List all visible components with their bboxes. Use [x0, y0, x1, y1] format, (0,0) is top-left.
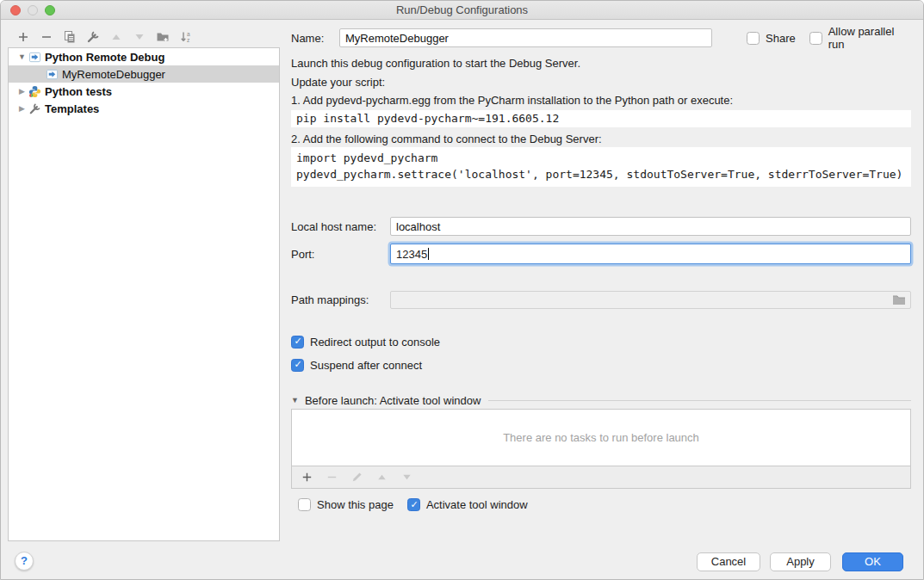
chevron-right-icon[interactable]: ▶ [16, 104, 28, 113]
port-label: Port: [291, 248, 390, 261]
help-button[interactable]: ? [15, 552, 34, 571]
page-options-row: Show this page Activate tool window [291, 497, 911, 512]
run-debug-configurations-dialog: Run/Debug Configurations az ▼ Python Rem… [0, 0, 924, 580]
chevron-down-icon[interactable]: ▼ [16, 52, 28, 61]
triangle-up-icon [376, 472, 388, 483]
activate-tool-window-checkbox[interactable] [407, 498, 420, 511]
zoom-window-button[interactable] [45, 5, 55, 15]
ok-button[interactable]: OK [842, 552, 903, 571]
suspend-after-connect-row: Suspend after connect [291, 358, 911, 372]
folder-icon[interactable] [892, 293, 906, 309]
instruction-step-1: 1. Add pydevd-pycharm.egg from the PyCha… [291, 94, 911, 108]
code-line: pydevd_pycharm.settrace('localhost', por… [296, 166, 906, 182]
add-configuration-button[interactable] [16, 30, 30, 44]
activate-tool-window-label: Activate tool window [426, 498, 528, 511]
name-row: Name: Share Allow parallel run [291, 28, 911, 48]
before-launch-task-list[interactable]: There are no tasks to run before launch [291, 409, 911, 466]
path-mappings-input[interactable] [390, 291, 911, 309]
configurations-toolbar: az [16, 28, 193, 46]
name-label: Name: [291, 32, 339, 45]
local-host-label: Local host name: [291, 220, 390, 233]
folder-plus-icon [156, 30, 170, 44]
sort-alphabetically-button[interactable]: az [179, 30, 193, 44]
chevron-right-icon[interactable]: ▶ [16, 87, 28, 96]
apply-button[interactable]: Apply [770, 552, 831, 571]
move-task-down-button [400, 471, 413, 484]
svg-text:a: a [187, 31, 190, 37]
pip-install-command[interactable]: pip install pydevd-pycharm~=191.6605.12 [291, 110, 911, 127]
copy-configuration-button[interactable] [63, 30, 77, 44]
suspend-after-connect-checkbox[interactable] [291, 359, 304, 372]
run-config-icon [28, 50, 41, 64]
plus-icon [16, 30, 30, 44]
share-checkbox[interactable] [747, 32, 760, 45]
tree-item-label: Python Remote Debug [45, 51, 164, 64]
cancel-button[interactable]: Cancel [697, 552, 760, 571]
svg-text:z: z [187, 37, 189, 43]
show-this-page-checkbox[interactable] [298, 498, 311, 511]
run-config-icon [45, 67, 59, 81]
redirect-output-row: Redirect output to console [291, 335, 911, 349]
port-row: Port: 12345 [291, 243, 911, 265]
minimize-window-button [28, 5, 38, 15]
tree-item-label: Templates [45, 102, 99, 115]
remove-task-button [325, 471, 338, 484]
configurations-tree: ▼ Python Remote Debug MyRemoteDebugger ▶… [8, 47, 280, 541]
show-this-page-label: Show this page [317, 498, 394, 511]
separator-line [488, 400, 911, 401]
path-mappings-row: Path mappings: [291, 290, 911, 309]
local-host-row: Local host name: [291, 217, 911, 236]
add-task-button[interactable] [300, 471, 313, 484]
move-task-up-button [375, 471, 388, 484]
tree-item-label: MyRemoteDebugger [62, 68, 165, 81]
move-down-button [133, 30, 146, 44]
python-tests-icon [28, 84, 41, 98]
share-label: Share [766, 32, 796, 45]
tree-item-python-tests[interactable]: ▶ Python tests [9, 83, 279, 100]
local-host-input[interactable] [390, 217, 911, 236]
instruction-line-1: Launch this debug configuration to start… [291, 57, 911, 71]
path-mappings-label: Path mappings: [291, 293, 390, 306]
name-input[interactable] [339, 28, 712, 47]
instruction-step-2: 2. Add the following command to connect … [291, 133, 911, 146]
port-value: 12345 [396, 248, 427, 261]
tree-item-templates[interactable]: ▶ Templates [9, 100, 279, 117]
suspend-after-connect-label: Suspend after connect [310, 359, 422, 372]
before-launch-toolbar [291, 466, 911, 489]
tree-item-myremotedebugger[interactable]: MyRemoteDebugger [9, 65, 279, 83]
new-folder-button[interactable] [156, 30, 170, 44]
chevron-down-icon[interactable]: ▼ [291, 396, 299, 404]
wrench-icon [86, 30, 100, 44]
edit-configuration-button[interactable] [86, 30, 100, 44]
tree-item-python-remote-debug[interactable]: ▼ Python Remote Debug [9, 48, 279, 65]
triangle-up-icon [110, 31, 122, 43]
code-line: import pydevd_pycharm [296, 150, 906, 166]
plus-icon [301, 471, 313, 484]
settrace-code-block[interactable]: import pydevd_pycharmpydevd_pycharm.sett… [291, 147, 911, 187]
allow-parallel-run-label: Allow parallel run [828, 25, 911, 51]
triangle-down-icon [401, 472, 412, 483]
minus-icon [40, 30, 53, 44]
configuration-editor: Name: Share Allow parallel run Launch th… [291, 1, 917, 580]
text-caret [428, 248, 429, 260]
edit-task-button [350, 471, 363, 484]
tree-item-label: Python tests [45, 85, 112, 98]
allow-parallel-run-checkbox[interactable] [809, 32, 822, 45]
port-input[interactable]: 12345 [390, 244, 911, 264]
instruction-line-2: Update your script: [291, 76, 911, 89]
before-launch-title: Before launch: Activate tool window [305, 394, 481, 407]
empty-tasks-message: There are no tasks to run before launch [503, 431, 699, 444]
before-launch-header[interactable]: ▼ Before launch: Activate tool window [291, 393, 911, 407]
triangle-down-icon [133, 31, 146, 43]
pencil-icon [350, 471, 363, 484]
redirect-output-label: Redirect output to console [310, 336, 440, 349]
copy-icon [63, 30, 77, 44]
sort-az-icon: az [179, 30, 193, 44]
remove-configuration-button[interactable] [40, 30, 53, 44]
move-up-button [109, 30, 123, 44]
wrench-icon [28, 102, 41, 115]
redirect-output-checkbox[interactable] [291, 336, 304, 349]
minus-icon [326, 471, 338, 484]
close-window-button[interactable] [10, 5, 21, 15]
